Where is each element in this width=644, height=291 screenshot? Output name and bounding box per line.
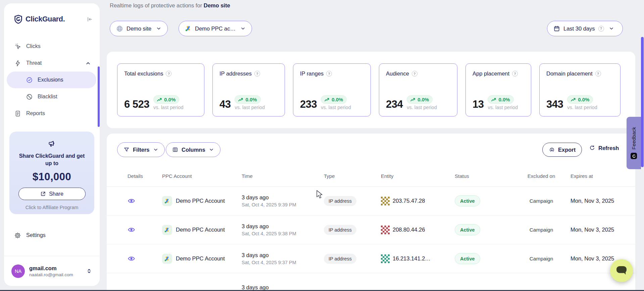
share-button[interactable]: Share <box>18 188 86 200</box>
col-header-time: Time <box>242 173 324 179</box>
time-exact: Sat, Oct 4, 2025 9:38 PM <box>242 231 324 236</box>
ip-identicon <box>381 254 390 263</box>
col-header-status: Status <box>455 173 525 179</box>
sidebar-item-label: Blacklist <box>38 94 57 100</box>
page-scrollbar-thumb[interactable] <box>641 37 644 167</box>
col-header-details: Details <box>126 173 162 179</box>
stat-value: 234 <box>386 99 403 110</box>
badge-check-icon <box>26 77 33 84</box>
promo-headline: Share ClickGuard and get up to <box>17 152 87 167</box>
columns-label: Columns <box>182 147 205 153</box>
sidebar-item-label: Clicks <box>26 43 41 49</box>
sidebar-item-settings[interactable]: Settings <box>4 227 100 244</box>
sidebar-item-label: Settings <box>26 232 46 238</box>
trend-badge: 0.0% <box>235 95 260 104</box>
sidebar-item-clicks[interactable]: Clicks <box>4 38 100 55</box>
table-row: Demo PPC Account 3 days ago Sat, Oct 4, … <box>107 215 635 244</box>
sidebar-item-label: Reports <box>26 110 45 116</box>
stat-caption: vs. last period <box>153 105 183 110</box>
columns-icon <box>172 147 178 153</box>
col-header-expires-at: Expires at <box>558 173 635 179</box>
view-details-eye-icon[interactable] <box>128 226 162 234</box>
sidebar-item-exclusions[interactable]: Exclusions <box>7 71 96 88</box>
date-range-value: Last 30 days <box>563 26 595 32</box>
stat-ip-ranges: IP ranges 233 0.0% vs. last period <box>293 63 371 116</box>
sidebar-item-blacklist[interactable]: Blacklist <box>4 88 100 105</box>
stat-value: 233 <box>300 99 317 110</box>
user-meta: gmail.com naatali.ro@gmail.com <box>29 265 86 277</box>
chevron-down-icon <box>156 26 161 31</box>
refresh-button[interactable]: Refresh <box>589 145 619 151</box>
export-button[interactable]: Export <box>542 143 582 157</box>
chevron-updown-icon[interactable] <box>86 268 92 274</box>
globe-icon <box>116 25 123 32</box>
date-range-dropdown[interactable]: Last 30 days <box>547 21 623 36</box>
sidebar-item-reports[interactable]: Reports <box>4 105 100 122</box>
stat-value: 13 <box>473 99 484 110</box>
type-badge: IP address <box>324 225 356 235</box>
excluded-on-value: Campaign <box>525 256 558 262</box>
account-switcher[interactable]: NA gmail.com naatali.ro@gmail.com <box>4 256 100 286</box>
refresh-label: Refresh <box>598 145 619 151</box>
table-header-row: Details PPC Account Time Type Entity Sta… <box>107 166 635 187</box>
logo-text: ClickGuard. <box>26 15 86 23</box>
external-link-icon <box>40 191 46 197</box>
time-relative: 3 days ago <box>242 223 324 230</box>
sidebar: ClickGuard. Clicks Threat <box>4 3 100 286</box>
ip-identicon <box>381 226 390 234</box>
stat-caption: vs. last period <box>488 105 517 110</box>
stat-caption: vs. last period <box>407 105 437 110</box>
trending-up-icon <box>238 98 243 102</box>
help-icon[interactable] <box>166 71 171 77</box>
view-details-eye-icon[interactable] <box>128 197 162 205</box>
excluded-on-value: Campaign <box>525 198 558 204</box>
chevron-up-icon[interactable] <box>85 60 91 66</box>
user-email: naatali.ro@gmail.com <box>29 272 86 277</box>
site-selector-dropdown[interactable]: Demo site <box>110 21 168 36</box>
entity-value: 16.213.141.2… <box>393 255 431 262</box>
entity-value: 203.75.47.28 <box>393 198 425 204</box>
trend-value: 0.0% <box>417 97 429 102</box>
columns-button[interactable]: Columns <box>166 142 220 157</box>
google-ads-icon <box>162 254 172 264</box>
sidebar-scrollbar-thumb[interactable] <box>98 66 100 127</box>
excluded-on-value: Campaign <box>525 227 558 233</box>
view-details-eye-icon[interactable] <box>128 255 162 262</box>
stat-label: Total exclusions <box>124 70 163 77</box>
help-icon[interactable] <box>412 71 417 77</box>
filters-button[interactable]: Filters <box>117 142 165 157</box>
google-ads-icon <box>162 225 172 235</box>
filter-icon <box>123 147 130 153</box>
sidebar-item-label: Exclusions <box>38 77 63 83</box>
type-badge: IP address <box>324 254 356 264</box>
feedback-tab[interactable]: Feedback <box>627 117 641 169</box>
trend-value: 0.0% <box>498 97 510 102</box>
avatar: NA <box>11 264 25 278</box>
stat-label: Domain placement <box>546 70 593 77</box>
stat-audience: Audience 234 0.0% vs. last period <box>379 63 457 116</box>
help-icon[interactable] <box>254 71 260 77</box>
promo-amount: $10,000 <box>9 171 94 183</box>
trend-badge: 0.0% <box>407 95 433 104</box>
sidebar-item-threat[interactable]: Threat <box>4 55 100 71</box>
help-icon[interactable] <box>595 71 601 77</box>
ppc-account-selector-dropdown[interactable]: Demo PPC ac… <box>179 21 252 36</box>
gear-icon <box>14 232 21 239</box>
collapse-sidebar-icon[interactable] <box>86 16 93 23</box>
subtitle-site-name: Demo site <box>204 2 230 8</box>
download-icon <box>549 147 555 153</box>
stat-total-exclusions: Total exclusions 6 523 0.0% vs. last per… <box>117 63 204 116</box>
status-badge: Active <box>455 253 480 264</box>
col-header-excluded-on: Excluded on <box>525 173 558 180</box>
help-icon[interactable] <box>512 71 518 77</box>
help-icon[interactable] <box>598 26 604 32</box>
chat-launcher-button[interactable] <box>610 259 633 282</box>
trending-up-icon <box>157 98 162 102</box>
expires-at-value: Mon, Nov 3, 2025 <box>558 198 635 204</box>
trend-badge: 0.0% <box>567 95 593 104</box>
help-icon[interactable] <box>326 71 332 77</box>
trend-value: 0.0% <box>164 97 176 102</box>
ppc-account-name: Demo PPC Account <box>176 227 225 233</box>
affiliate-program-link[interactable]: Click to Affiliate Program <box>9 205 94 210</box>
chat-bubble-icon <box>616 265 627 276</box>
